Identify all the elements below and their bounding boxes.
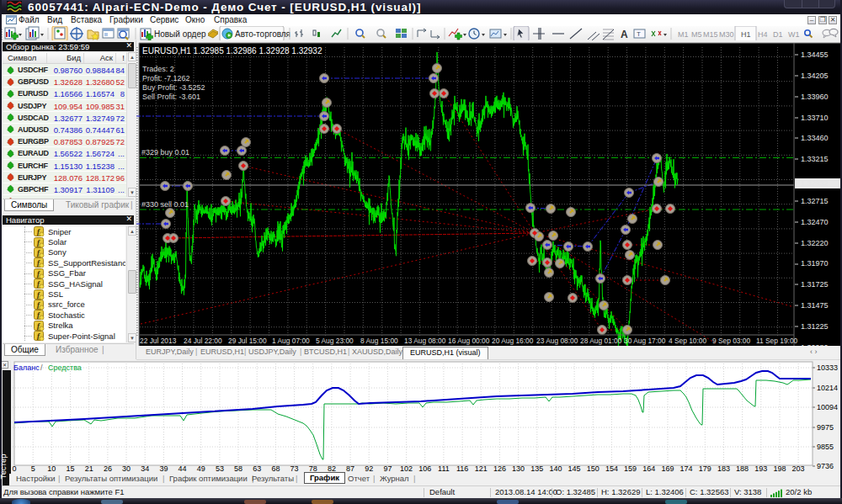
svg-text:198: 198 — [773, 464, 786, 473]
svg-text:150: 150 — [587, 464, 600, 473]
svg-text:M5: M5 — [691, 30, 702, 39]
svg-text:121: 121 — [475, 464, 488, 473]
svg-text:21: 21 — [85, 464, 93, 473]
svg-text:102: 102 — [400, 464, 413, 473]
svg-text:9975: 9975 — [817, 423, 834, 432]
svg-text:1.33960: 1.33960 — [801, 93, 829, 101]
svg-text:53: 53 — [216, 464, 224, 473]
svg-text:24 Jul 22:00: 24 Jul 22:00 — [184, 337, 222, 345]
svg-text:9736: 9736 — [817, 462, 834, 470]
svg-text:1.33710: 1.33710 — [801, 114, 829, 122]
svg-text:#329 buy 0.01: #329 buy 0.01 — [141, 148, 189, 157]
svg-text:H1: H1 — [741, 30, 751, 39]
svg-text:1.33460: 1.33460 — [801, 134, 829, 142]
svg-text:87: 87 — [346, 464, 354, 473]
svg-text:10333: 10333 — [817, 363, 838, 372]
svg-text:159: 159 — [624, 464, 637, 473]
svg-text:130: 130 — [512, 464, 525, 473]
svg-text:D1: D1 — [773, 30, 783, 39]
svg-text:1.32470: 1.32470 — [801, 218, 829, 226]
svg-text:#330 sell 0.01: #330 sell 0.01 — [141, 200, 189, 209]
svg-text:111: 111 — [438, 464, 450, 473]
svg-text:30 Aug 17:00: 30 Aug 17:00 — [624, 337, 666, 345]
svg-text:49: 49 — [197, 464, 205, 473]
svg-text:1.32715: 1.32715 — [801, 197, 829, 205]
svg-text:106: 106 — [418, 464, 431, 473]
svg-text:1.31475: 1.31475 — [801, 301, 829, 310]
svg-text:1.32932: 1.32932 — [801, 179, 829, 188]
svg-text:203: 203 — [792, 464, 805, 473]
svg-text:68: 68 — [271, 464, 280, 473]
svg-text:174: 174 — [680, 464, 693, 473]
svg-text:9 Sep 03:00: 9 Sep 03:00 — [712, 337, 751, 345]
svg-text:0: 0 — [12, 464, 16, 473]
svg-text:T: T — [637, 30, 641, 38]
svg-text:5 Aug 23:00: 5 Aug 23:00 — [316, 337, 354, 345]
svg-text:1.34205: 1.34205 — [801, 72, 829, 80]
svg-text:1.31725: 1.31725 — [801, 280, 829, 289]
svg-text:A: A — [621, 29, 628, 40]
svg-text:140: 140 — [549, 464, 562, 473]
svg-text:H4: H4 — [758, 30, 768, 39]
svg-text:M30: M30 — [719, 30, 734, 39]
svg-text:5: 5 — [31, 464, 35, 473]
svg-text:4 Sep 10:00: 4 Sep 10:00 — [669, 337, 707, 345]
svg-text:23 Aug 08:00: 23 Aug 08:00 — [536, 337, 578, 345]
svg-text:1.34455: 1.34455 — [801, 50, 829, 59]
svg-text:145: 145 — [568, 464, 581, 473]
svg-text:W1: W1 — [788, 30, 800, 39]
svg-text:164: 164 — [642, 464, 655, 473]
svg-text:M1: M1 — [678, 30, 689, 39]
svg-text:28 Aug 01:00: 28 Aug 01:00 — [580, 337, 622, 345]
svg-text:1 Aug 07:00: 1 Aug 07:00 — [272, 337, 310, 345]
svg-text:Profit: -7.1262: Profit: -7.1262 — [142, 74, 190, 82]
svg-text:193: 193 — [754, 464, 767, 473]
svg-text:20 Aug 16:00: 20 Aug 16:00 — [492, 337, 534, 345]
svg-text:29 Jul 15:00: 29 Jul 15:00 — [228, 337, 267, 345]
svg-text:188: 188 — [736, 464, 749, 473]
svg-text:183: 183 — [717, 464, 730, 473]
svg-text:1.32220: 1.32220 — [801, 239, 829, 247]
svg-text:92: 92 — [365, 464, 373, 473]
svg-text:15: 15 — [66, 464, 74, 473]
svg-text:13 Aug 08:00: 13 Aug 08:00 — [404, 337, 446, 345]
svg-text:97: 97 — [383, 464, 392, 473]
svg-text:169: 169 — [661, 464, 674, 473]
svg-text:M15: M15 — [703, 30, 718, 39]
svg-text:58: 58 — [234, 464, 242, 473]
svg-text:10094: 10094 — [817, 403, 838, 411]
svg-text:EURUSD,H1 1.32985 1.32986 1.3: EURUSD,H1 1.32985 1.32986 1.32928 1.3293… — [142, 46, 322, 56]
svg-text:22 Jul 2013: 22 Jul 2013 — [140, 337, 177, 345]
svg-text:8 Aug 15:00: 8 Aug 15:00 — [360, 337, 398, 345]
svg-text:63: 63 — [253, 464, 261, 473]
svg-text:44: 44 — [178, 464, 186, 473]
svg-text:179: 179 — [699, 464, 711, 473]
svg-text:10214: 10214 — [817, 384, 838, 392]
svg-text:Баланс: Баланс — [13, 363, 40, 372]
svg-text:73: 73 — [290, 464, 299, 473]
svg-text:126: 126 — [493, 464, 506, 473]
svg-text:1.31970: 1.31970 — [801, 259, 829, 268]
svg-text:1.31225: 1.31225 — [801, 322, 829, 331]
svg-text:Buy Profit: -3.5252: Buy Profit: -3.5252 — [142, 83, 205, 92]
svg-text:39: 39 — [159, 464, 168, 473]
svg-text:30: 30 — [122, 464, 131, 473]
svg-text:9855: 9855 — [817, 443, 834, 451]
svg-text:Новый ордер: Новый ордер — [154, 29, 206, 39]
svg-text:154: 154 — [605, 464, 618, 473]
svg-text:135: 135 — [530, 464, 543, 473]
svg-text:11 Sep 19:00: 11 Sep 19:00 — [756, 337, 798, 345]
svg-text:Sell Profit: -3.601: Sell Profit: -3.601 — [142, 93, 200, 101]
svg-text:1.33215: 1.33215 — [801, 155, 829, 163]
svg-text:26: 26 — [104, 464, 112, 473]
svg-text:Средства: Средства — [48, 363, 82, 372]
svg-text:116: 116 — [456, 464, 468, 473]
svg-text:Авто-торговля: Авто-торговля — [235, 29, 290, 39]
svg-text:16 Aug 00:00: 16 Aug 00:00 — [448, 337, 490, 345]
svg-text:10: 10 — [47, 464, 56, 473]
svg-text:Trades: 2: Trades: 2 — [142, 65, 174, 73]
svg-text:34: 34 — [141, 464, 149, 473]
